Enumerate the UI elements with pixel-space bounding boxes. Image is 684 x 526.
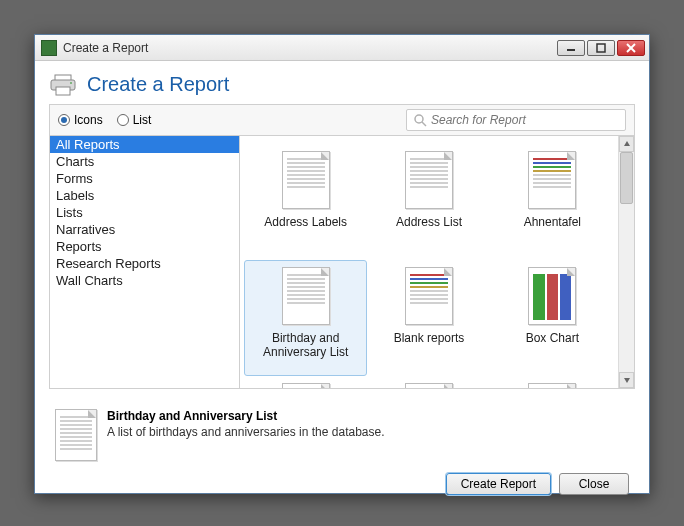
report-thumbnail xyxy=(528,267,576,325)
scroll-down-button[interactable] xyxy=(619,372,634,388)
svg-rect-6 xyxy=(56,87,70,95)
view-icons-label: Icons xyxy=(74,113,103,127)
report-item[interactable] xyxy=(491,376,614,388)
scrollbar[interactable] xyxy=(618,136,634,388)
svg-rect-1 xyxy=(597,44,605,52)
svg-point-8 xyxy=(415,115,423,123)
window-title: Create a Report xyxy=(63,41,551,55)
scroll-thumb[interactable] xyxy=(620,152,633,204)
app-icon xyxy=(41,40,57,56)
body: All ReportsChartsFormsLabelsListsNarrati… xyxy=(49,135,635,389)
scroll-track[interactable] xyxy=(619,152,634,372)
report-thumbnail xyxy=(405,383,453,388)
svg-line-9 xyxy=(422,122,426,126)
details-text: Birthday and Anniversary List A list of … xyxy=(107,409,629,467)
report-thumbnail xyxy=(282,383,330,388)
details-description: A list of birthdays and anniversaries in… xyxy=(107,425,629,439)
sidebar-item[interactable]: Lists xyxy=(50,204,239,221)
minimize-button[interactable] xyxy=(557,40,585,56)
printer-icon xyxy=(49,74,77,96)
view-list-radio[interactable]: List xyxy=(117,113,152,127)
sidebar-item[interactable]: Research Reports xyxy=(50,255,239,272)
report-label: Birthday and Anniversary List xyxy=(256,331,356,360)
search-icon xyxy=(413,113,427,127)
sidebar-item[interactable]: Reports xyxy=(50,238,239,255)
svg-marker-11 xyxy=(624,378,630,383)
svg-point-7 xyxy=(70,82,72,84)
window-controls xyxy=(557,40,645,56)
report-label: Ahnentafel xyxy=(524,215,581,229)
titlebar[interactable]: Create a Report xyxy=(35,35,649,61)
report-item[interactable]: Address List xyxy=(367,144,490,260)
report-thumbnail xyxy=(282,151,330,209)
report-grid[interactable]: Address LabelsAddress ListAhnentafelBirt… xyxy=(240,136,618,388)
category-sidebar[interactable]: All ReportsChartsFormsLabelsListsNarrati… xyxy=(50,136,240,388)
report-item[interactable]: Address Labels xyxy=(244,144,367,260)
scroll-up-button[interactable] xyxy=(619,136,634,152)
report-thumbnail xyxy=(282,267,330,325)
sidebar-item[interactable]: Labels xyxy=(50,187,239,204)
details-panel: Birthday and Anniversary List A list of … xyxy=(49,397,635,467)
search-box[interactable] xyxy=(406,109,626,131)
button-row: Create Report Close xyxy=(49,473,635,495)
details-title: Birthday and Anniversary List xyxy=(107,409,629,423)
report-label: Box Chart xyxy=(526,331,579,345)
svg-marker-10 xyxy=(624,141,630,146)
sidebar-item[interactable]: Narratives xyxy=(50,221,239,238)
report-thumbnail xyxy=(528,383,576,388)
report-thumbnail xyxy=(528,151,576,209)
view-list-label: List xyxy=(133,113,152,127)
search-input[interactable] xyxy=(431,113,619,127)
report-item[interactable]: Birthday and Anniversary List xyxy=(244,260,367,376)
radio-dot-icon xyxy=(58,114,70,126)
report-item[interactable]: Ahnentafel xyxy=(491,144,614,260)
report-thumbnail xyxy=(405,267,453,325)
dialog-window: Create a Report Create a Report Icons xyxy=(34,34,650,494)
radio-dot-icon xyxy=(117,114,129,126)
report-label: Address Labels xyxy=(264,215,347,229)
report-item[interactable] xyxy=(367,376,490,388)
toolbar: Icons List xyxy=(49,104,635,135)
maximize-button[interactable] xyxy=(587,40,615,56)
sidebar-item[interactable]: Charts xyxy=(50,153,239,170)
details-thumbnail xyxy=(55,409,97,461)
create-report-button[interactable]: Create Report xyxy=(446,473,551,495)
dialog-content: Create a Report Icons List All ReportsCh… xyxy=(35,61,649,493)
report-item[interactable] xyxy=(244,376,367,388)
view-icons-radio[interactable]: Icons xyxy=(58,113,103,127)
sidebar-item[interactable]: Wall Charts xyxy=(50,272,239,289)
report-item[interactable]: Box Chart xyxy=(491,260,614,376)
report-grid-wrap: Address LabelsAddress ListAhnentafelBirt… xyxy=(240,136,634,388)
close-window-button[interactable] xyxy=(617,40,645,56)
report-thumbnail xyxy=(405,151,453,209)
report-label: Blank reports xyxy=(394,331,465,345)
sidebar-item[interactable]: Forms xyxy=(50,170,239,187)
sidebar-item[interactable]: All Reports xyxy=(50,136,239,153)
report-item[interactable]: Blank reports xyxy=(367,260,490,376)
report-label: Address List xyxy=(396,215,462,229)
close-button[interactable]: Close xyxy=(559,473,629,495)
page-title: Create a Report xyxy=(87,73,229,96)
header: Create a Report xyxy=(49,73,635,96)
